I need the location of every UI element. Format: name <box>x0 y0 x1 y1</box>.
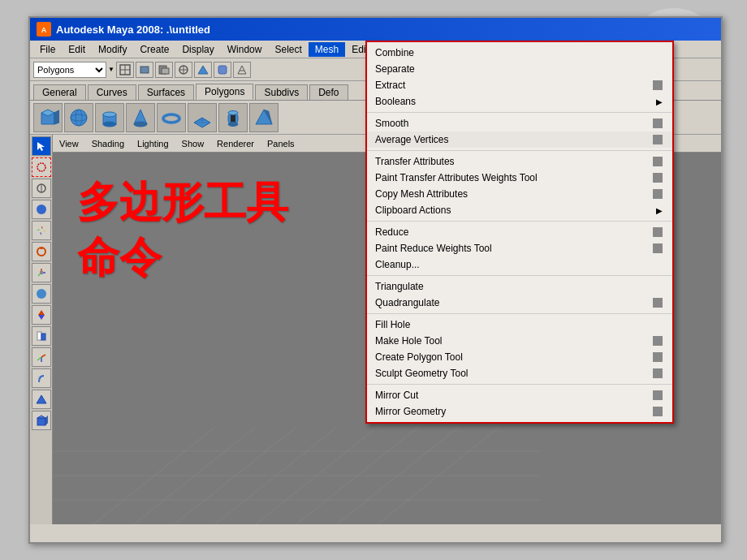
menu-clipboard[interactable]: Clipboard Actions ▶ <box>367 202 672 218</box>
svg-rect-7 <box>162 68 169 74</box>
sidebar-tool-sphere[interactable] <box>32 284 51 304</box>
mode-select[interactable]: Polygons Surfaces Dynamics Rendering <box>33 62 106 78</box>
menu-booleans[interactable]: Booleans ▶ <box>367 93 672 110</box>
toolbar-btn-6[interactable] <box>214 62 231 78</box>
vp-menu-renderer[interactable]: Renderer <box>214 138 257 149</box>
sidebar-tool-cube-bottom[interactable] <box>32 411 51 430</box>
tab-surfaces[interactable]: Surfaces <box>138 84 194 100</box>
svg-marker-45 <box>41 226 43 230</box>
tool-prism[interactable] <box>249 103 279 132</box>
menu-extract[interactable]: Extract <box>367 77 672 93</box>
menu-paint-reduce[interactable]: Paint Reduce Weights Tool <box>367 240 672 256</box>
menu-copy-mesh[interactable]: Copy Mesh Attributes <box>367 186 672 202</box>
transfer-attr-option-icon <box>653 157 663 166</box>
menu-quadrangulate[interactable]: Quadrangulate <box>367 295 672 311</box>
tool-cube[interactable] <box>33 103 63 132</box>
sidebar-tool-lasso[interactable] <box>32 157 51 177</box>
title-bar: A Autodesk Maya 2008: .\untitled <box>30 18 721 41</box>
vp-menu-lighting[interactable]: Lighting <box>134 138 172 149</box>
sidebar-tool-paint[interactable] <box>32 179 51 198</box>
menu-select[interactable]: Select <box>268 42 308 57</box>
tab-subdivs[interactable]: Subdivs <box>255 84 308 100</box>
menu-triangulate[interactable]: Triangulate <box>367 278 672 295</box>
tab-polygons[interactable]: Polygons <box>196 84 253 100</box>
svg-line-59 <box>41 355 45 357</box>
tab-general[interactable]: General <box>33 84 86 100</box>
svg-point-41 <box>37 163 45 171</box>
sidebar-tool-rotate[interactable] <box>32 242 51 261</box>
sidebar-tool-move[interactable] <box>32 221 51 240</box>
tool-plane[interactable] <box>188 103 217 132</box>
menu-sculpt-geometry[interactable]: Sculpt Geometry Tool <box>367 365 672 381</box>
svg-marker-65 <box>37 416 45 418</box>
average-vertices-option-icon <box>653 135 663 144</box>
sidebar-tool-axes[interactable] <box>32 347 51 367</box>
toolbar-btn-3[interactable] <box>155 62 173 78</box>
menu-separate[interactable]: Separate <box>367 61 672 77</box>
viewport-chinese-text: 多边形工具 命令 <box>77 175 288 285</box>
smooth-option-icon <box>653 118 663 128</box>
menu-smooth[interactable]: Smooth <box>367 115 672 131</box>
sidebar-tool-bend[interactable] <box>32 326 51 346</box>
tab-curves[interactable]: Curves <box>88 84 136 100</box>
vp-menu-view[interactable]: View <box>56 138 82 149</box>
svg-point-25 <box>134 122 147 127</box>
toolbar-btn-4[interactable] <box>175 62 192 78</box>
vp-menu-shading[interactable]: Shading <box>89 138 127 149</box>
menu-fill-hole[interactable]: Fill Hole <box>367 317 672 333</box>
svg-marker-63 <box>37 395 46 403</box>
toolbar-btn-7[interactable] <box>233 62 251 78</box>
tab-defo[interactable]: Defo <box>309 84 348 100</box>
menu-create[interactable]: Create <box>133 42 175 57</box>
menu-combine[interactable]: Combine <box>367 45 672 61</box>
menu-transfer-attributes[interactable]: Transfer Attributes <box>367 153 672 170</box>
mesh-dropdown-menu: Combine Separate Extract Booleans ▶ Smoo… <box>365 41 674 424</box>
make-hole-option-icon <box>653 336 663 346</box>
paint-transfer-option-icon <box>653 173 663 183</box>
tool-pipe[interactable] <box>218 103 248 132</box>
menu-paint-transfer[interactable]: Paint Transfer Attributes Weights Tool <box>367 170 672 186</box>
menu-average-vertices[interactable]: Average Vertices <box>367 131 672 148</box>
svg-rect-57 <box>37 332 41 340</box>
toolbar-btn-5[interactable] <box>194 62 212 78</box>
tool-sphere[interactable] <box>64 103 93 132</box>
sidebar-tool-select[interactable] <box>32 136 51 156</box>
svg-point-37 <box>228 122 238 126</box>
chinese-line1: 多边形工具 <box>77 175 288 230</box>
menu-cleanup[interactable]: Cleanup... <box>367 256 672 273</box>
menu-make-hole[interactable]: Make Hole Tool <box>367 333 672 349</box>
svg-rect-58 <box>41 334 45 340</box>
menu-create-polygon[interactable]: Create Polygon Tool <box>367 349 672 365</box>
svg-rect-5 <box>140 67 149 73</box>
menu-file[interactable]: File <box>33 42 62 57</box>
menu-section-6: Fill Hole Make Hole Tool Create Polygon … <box>367 314 672 385</box>
menu-edit[interactable]: Edit <box>62 42 92 57</box>
mirror-geometry-option-icon <box>653 407 663 416</box>
menu-display[interactable]: Display <box>175 42 220 57</box>
svg-marker-47 <box>37 229 41 230</box>
menu-mirror-geometry[interactable]: Mirror Geometry <box>367 403 672 420</box>
menu-section-1: Combine Separate Extract Booleans ▶ <box>367 42 672 113</box>
paint-reduce-option-icon <box>653 243 663 253</box>
sidebar-tool-scale[interactable] <box>32 263 51 282</box>
menu-modify[interactable]: Modify <box>92 42 133 57</box>
vp-menu-show[interactable]: Show <box>179 138 208 149</box>
menu-reduce[interactable]: Reduce <box>367 224 672 240</box>
toolbar-btn-2[interactable] <box>136 62 153 78</box>
app-icon: A <box>37 22 51 37</box>
booleans-arrow-icon: ▶ <box>656 97 663 106</box>
tool-cone[interactable] <box>126 103 155 132</box>
menu-mirror-cut[interactable]: Mirror Cut <box>367 387 672 403</box>
viewport-grid <box>53 427 721 524</box>
sidebar-tool-deform[interactable] <box>32 368 51 388</box>
vp-menu-panels[interactable]: Panels <box>264 138 298 149</box>
tool-torus[interactable] <box>157 103 186 132</box>
toolbar-btn-1[interactable] <box>116 62 134 78</box>
tool-cylinder[interactable] <box>95 103 124 132</box>
sidebar-tool-arrows[interactable] <box>32 305 51 325</box>
menu-mesh[interactable]: Mesh <box>309 42 345 57</box>
sidebar-tool-pyramid[interactable] <box>32 390 51 409</box>
sidebar-tool-blue1[interactable] <box>32 200 51 219</box>
menu-section-2: Smooth Average Vertices <box>367 113 672 151</box>
menu-window[interactable]: Window <box>221 42 269 57</box>
